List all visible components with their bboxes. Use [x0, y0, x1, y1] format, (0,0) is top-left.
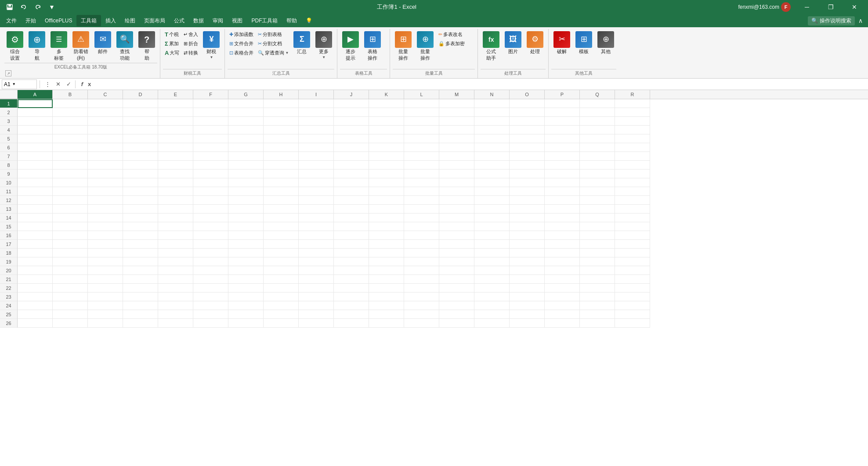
cell-C9[interactable]	[88, 170, 123, 178]
other-button[interactable]: ⊕ 其他	[595, 30, 616, 56]
col-header-j[interactable]: J	[334, 90, 369, 99]
cell-F2[interactable]	[193, 108, 228, 117]
cell-G26[interactable]	[228, 319, 264, 328]
cell-I1[interactable]	[299, 99, 334, 108]
cell-J21[interactable]	[334, 275, 369, 284]
cell-N16[interactable]	[474, 231, 510, 240]
minimize-button[interactable]: ─	[797, 0, 817, 14]
row-number-25[interactable]: 25	[0, 310, 18, 319]
cell-K5[interactable]	[369, 134, 404, 143]
cell-R3[interactable]	[615, 117, 650, 126]
cell-G23[interactable]	[228, 293, 264, 301]
cell-Q11[interactable]	[580, 187, 615, 196]
cell-G19[interactable]	[228, 257, 264, 266]
cell-C5[interactable]	[88, 134, 123, 143]
cell-Q14[interactable]	[580, 213, 615, 222]
cell-M9[interactable]	[439, 170, 474, 178]
cell-B26[interactable]	[53, 319, 88, 328]
cell-I11[interactable]	[299, 187, 334, 196]
cell-M15[interactable]	[439, 222, 474, 231]
cell-M16[interactable]	[439, 231, 474, 240]
cell-C2[interactable]	[88, 108, 123, 117]
cell-G9[interactable]	[228, 170, 264, 178]
cell-B13[interactable]	[53, 205, 88, 213]
cell-Q26[interactable]	[580, 319, 615, 328]
cell-J8[interactable]	[334, 161, 369, 170]
cell-P5[interactable]	[545, 134, 580, 143]
cell-Q13[interactable]	[580, 205, 615, 213]
cell-K26[interactable]	[369, 319, 404, 328]
cell-E15[interactable]	[158, 222, 193, 231]
cell-L22[interactable]	[404, 284, 439, 293]
close-button[interactable]: ✕	[844, 0, 864, 14]
cell-P17[interactable]	[545, 240, 580, 249]
cell-P22[interactable]	[545, 284, 580, 293]
cell-C10[interactable]	[88, 178, 123, 187]
cell-I12[interactable]	[299, 196, 334, 205]
cell-L12[interactable]	[404, 196, 439, 205]
more-button[interactable]: ⊕ 更多 ▼	[313, 30, 334, 61]
cell-M21[interactable]	[439, 275, 474, 284]
cell-Q20[interactable]	[580, 266, 615, 275]
cell-O17[interactable]	[510, 240, 545, 249]
menu-view[interactable]: 视图	[228, 15, 247, 26]
cell-O15[interactable]	[510, 222, 545, 231]
cell-C8[interactable]	[88, 161, 123, 170]
cell-B22[interactable]	[53, 284, 88, 293]
row-number-14[interactable]: 14	[0, 213, 18, 222]
cell-P20[interactable]	[545, 266, 580, 275]
cell-G24[interactable]	[228, 301, 264, 310]
batch-operate2-button[interactable]: ⊕ 批量操作	[415, 30, 436, 62]
cell-L11[interactable]	[404, 187, 439, 196]
cell-N11[interactable]	[474, 187, 510, 196]
cell-K10[interactable]	[369, 178, 404, 187]
row-number-18[interactable]: 18	[0, 249, 18, 257]
cell-M2[interactable]	[439, 108, 474, 117]
formula-cancel-button[interactable]: ✕	[53, 79, 63, 89]
row-number-16[interactable]: 16	[0, 231, 18, 240]
cell-E4[interactable]	[158, 126, 193, 134]
crack-button[interactable]: ✂ 破解	[551, 30, 572, 56]
cell-Q8[interactable]	[580, 161, 615, 170]
cell-R9[interactable]	[615, 170, 650, 178]
cell-C16[interactable]	[88, 231, 123, 240]
cell-H11[interactable]	[264, 187, 299, 196]
cell-F23[interactable]	[193, 293, 228, 301]
cell-N9[interactable]	[474, 170, 510, 178]
cell-E16[interactable]	[158, 231, 193, 240]
cell-M19[interactable]	[439, 257, 474, 266]
cell-F19[interactable]	[193, 257, 228, 266]
cell-L25[interactable]	[404, 310, 439, 319]
cell-O11[interactable]	[510, 187, 545, 196]
cell-J3[interactable]	[334, 117, 369, 126]
cell-F15[interactable]	[193, 222, 228, 231]
cell-B18[interactable]	[53, 249, 88, 257]
cell-L24[interactable]	[404, 301, 439, 310]
cell-C1[interactable]	[88, 99, 123, 108]
cell-C3[interactable]	[88, 117, 123, 126]
split-doc-button[interactable]: ✂ 分割文档	[256, 39, 290, 48]
cell-P11[interactable]	[545, 187, 580, 196]
cell-L8[interactable]	[404, 161, 439, 170]
cell-C17[interactable]	[88, 240, 123, 249]
cell-D16[interactable]	[123, 231, 158, 240]
cell-J6[interactable]	[334, 143, 369, 152]
cell-L13[interactable]	[404, 205, 439, 213]
cell-O3[interactable]	[510, 117, 545, 126]
cell-A17[interactable]	[18, 240, 53, 249]
row-number-15[interactable]: 15	[0, 222, 18, 231]
cell-M11[interactable]	[439, 187, 474, 196]
cell-E10[interactable]	[158, 178, 193, 187]
cell-O2[interactable]	[510, 108, 545, 117]
cell-F5[interactable]	[193, 134, 228, 143]
cell-C21[interactable]	[88, 275, 123, 284]
email-button[interactable]: ✉ 邮件	[92, 30, 113, 56]
col-header-p[interactable]: P	[545, 90, 580, 99]
cell-P21[interactable]	[545, 275, 580, 284]
cell-A21[interactable]	[18, 275, 53, 284]
cell-G22[interactable]	[228, 284, 264, 293]
menu-insert[interactable]: 插入	[101, 15, 120, 26]
formula-options-button[interactable]: ⋮	[43, 79, 52, 89]
cell-H7[interactable]	[264, 152, 299, 161]
row-number-8[interactable]: 8	[0, 161, 18, 170]
